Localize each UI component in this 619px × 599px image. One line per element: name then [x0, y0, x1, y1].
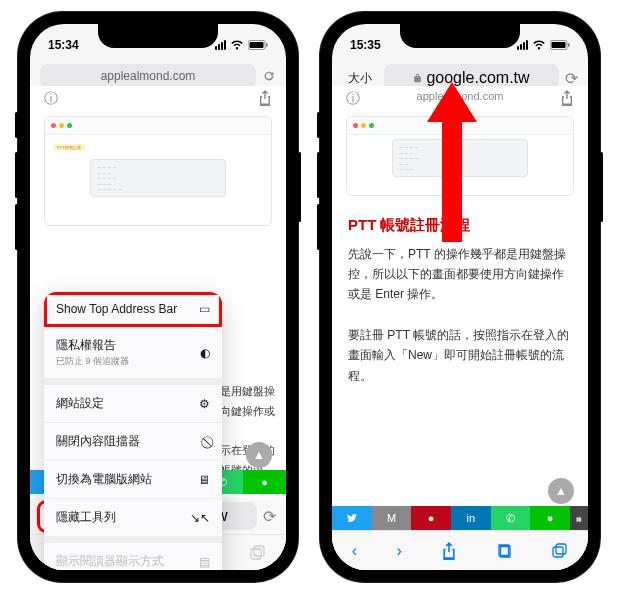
article: PTT 帳號註冊流程 先說一下，PTT 的操作幾乎都是用鍵盤操控，所以以下的畫面… [332, 202, 588, 388]
page-content: ⓘ applealmond.com — — — —— — —— — — —— —… [332, 86, 588, 570]
menu-hide-toolbar[interactable]: 隱藏工具列 ↘↖ [44, 499, 222, 537]
menu-website-settings[interactable]: 網站設定 ⚙︎ [44, 385, 222, 423]
svg-rect-8 [553, 547, 563, 557]
url-pill[interactable]: applealmond.com [40, 64, 256, 88]
menu-reader-options: 顯示閱讀器顯示方式 ▤ [44, 543, 222, 570]
share-icon[interactable] [441, 542, 457, 560]
battery-icon [550, 40, 570, 50]
url-text: applealmond.com [101, 69, 196, 83]
svg-rect-7 [568, 43, 570, 47]
screen-right: 15:35 大小 google.com.tw ⟳ ⓘ applealmond.c… [332, 24, 588, 570]
page-content: ⓘ PTT帳號註冊 — — — —— — —— — — —— — —— — — … [30, 86, 286, 570]
linkedin-icon[interactable]: in [451, 506, 491, 530]
collapse-icon: ↘↖ [190, 511, 210, 525]
back-icon[interactable]: ‹ [352, 542, 357, 560]
tabs-icon[interactable] [250, 545, 266, 561]
article-heading: PTT 帳號註冊流程 [348, 212, 572, 238]
iphone-right: 15:35 大小 google.com.tw ⟳ ⓘ applealmond.c… [320, 12, 600, 582]
article-p2: 要註冊 PTT 帳號的話，按照指示在登入的畫面輸入「New」即可開始註冊帳號的流… [348, 325, 572, 386]
info-icon[interactable]: ⓘ [44, 90, 58, 108]
wifi-icon [532, 40, 546, 50]
status-time: 15:34 [48, 38, 118, 52]
menu-request-desktop[interactable]: 切換為電腦版網站 🖥︎ [44, 461, 222, 499]
share-icon[interactable] [258, 90, 272, 106]
status-indicators [215, 40, 268, 50]
mail-icon[interactable]: M [372, 506, 412, 530]
whatsapp-icon[interactable]: ✆ [491, 506, 531, 530]
safari-toolbar: ‹ › [332, 530, 588, 570]
share-icon[interactable] [560, 90, 574, 106]
status-indicators [517, 40, 570, 50]
scroll-top-fab[interactable]: ▲ [548, 478, 574, 504]
menu-privacy-report[interactable]: 隱私權報告已防止 9 個追蹤器 ◐ [44, 327, 222, 379]
status-bar: 15:35 [332, 24, 588, 60]
page-thumbnail: PTT帳號註冊 — — — —— — —— — — —— — —— — — — … [44, 116, 272, 226]
url-text: google.com.tw [426, 69, 529, 87]
refresh-icon[interactable] [262, 69, 276, 83]
status-time: 15:35 [350, 38, 420, 52]
address-bar-icon: ▭ [199, 302, 210, 316]
twitter-icon[interactable] [332, 506, 372, 530]
cellular-icon [517, 40, 528, 50]
forward-icon[interactable]: › [397, 542, 402, 560]
article-p1: 先說一下，PTT 的操作幾乎都是用鍵盤操控，所以以下的畫面都要使用方向鍵操作或是… [348, 244, 572, 305]
bookmarks-icon[interactable] [497, 543, 513, 559]
peek-text: 是用鍵盤操 向鍵操作或 示在登入的 帳號的流 [220, 382, 276, 481]
gear-icon: ⚙︎ [199, 397, 210, 411]
svg-rect-3 [251, 549, 261, 559]
info-icon[interactable]: ⓘ [346, 90, 360, 108]
wifi-icon [230, 40, 244, 50]
svg-rect-6 [552, 42, 566, 48]
aa-menu: Show Top Address Bar ▭ 隱私權報告已防止 9 個追蹤器 ◐… [44, 292, 222, 570]
pinterest-icon[interactable]: ● [411, 506, 451, 530]
refresh-icon[interactable]: ⟳ [565, 69, 578, 88]
battery-icon [248, 40, 268, 50]
svg-rect-9 [556, 544, 566, 554]
scroll-top-fab[interactable]: ▲ [246, 442, 272, 468]
refresh-icon[interactable]: ⟳ [263, 507, 276, 526]
screen-left: 15:34 applealmond.com ⓘ PTT帳號註冊 — — — [30, 24, 286, 570]
page-url: applealmond.com [360, 90, 560, 108]
more-icon[interactable]: ▦ [570, 506, 588, 530]
page-thumbnail: — — — —— — —— — — —— —— — — [346, 116, 574, 196]
status-bar: 15:34 [30, 24, 286, 60]
iphone-left: 15:34 applealmond.com ⓘ PTT帳號註冊 — — — [18, 12, 298, 582]
menu-show-top-address-bar[interactable]: Show Top Address Bar ▭ [44, 292, 222, 327]
line-icon[interactable]: ● [243, 470, 286, 494]
svg-rect-2 [266, 43, 268, 47]
tabs-icon[interactable] [552, 543, 568, 559]
social-bar: M ● in ✆ ● ▦ [332, 506, 588, 530]
lock-icon [413, 73, 422, 83]
shield-icon: ◐ [200, 346, 210, 360]
line-icon[interactable]: ● [530, 506, 570, 530]
svg-rect-1 [250, 42, 264, 48]
cellular-icon [215, 40, 226, 50]
reader-icon: ▤ [199, 555, 210, 569]
menu-disable-blocker[interactable]: 關閉內容阻擋器 ⃠ [44, 423, 222, 461]
svg-rect-4 [254, 546, 264, 556]
desktop-icon: 🖥︎ [198, 473, 210, 487]
